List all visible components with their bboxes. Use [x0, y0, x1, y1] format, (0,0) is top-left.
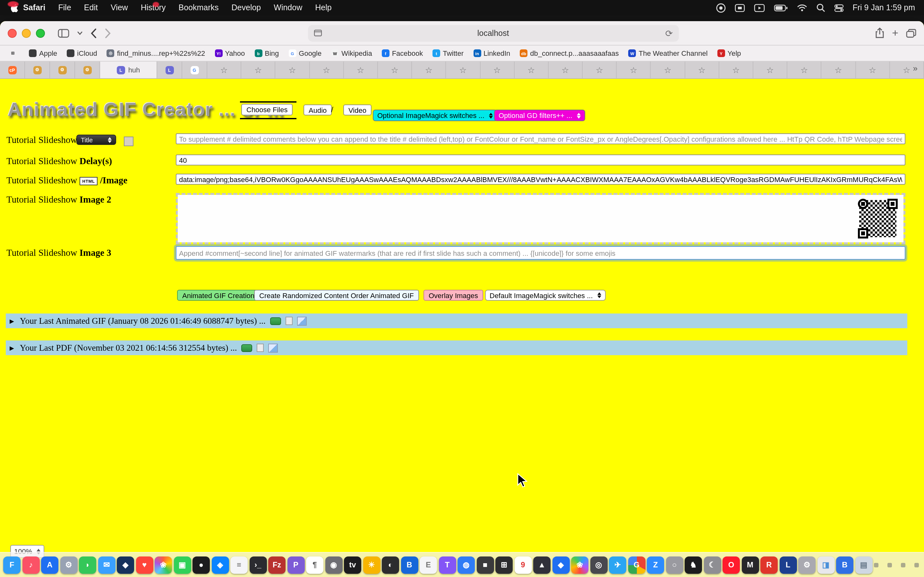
- dock-icon[interactable]: ¶: [306, 556, 323, 574]
- dock-icon[interactable]: ▤: [855, 556, 872, 574]
- audio-button[interactable]: Audio: [304, 105, 332, 115]
- bookmark-star-tab[interactable]: ☆: [583, 61, 617, 78]
- title-comment-input[interactable]: [176, 133, 905, 144]
- bookmark-item[interactable]: in LinkedIn: [473, 49, 510, 57]
- dock-icon[interactable]: ❀: [155, 556, 172, 574]
- dock-icon[interactable]: M: [741, 556, 759, 574]
- menu-item[interactable]: View: [111, 3, 128, 12]
- zoom-window-button[interactable]: [36, 29, 45, 37]
- gif-thumbnail[interactable]: [242, 344, 252, 351]
- choose-files-button[interactable]: Choose Files: [241, 104, 292, 115]
- dock-icon[interactable]: ◍: [457, 556, 475, 574]
- watermark-input[interactable]: [176, 246, 905, 259]
- bookmark-star-tab[interactable]: ☆: [412, 61, 446, 78]
- last-gif-summary[interactable]: ▶ Your Last Animated GIF (January 08 202…: [6, 314, 907, 328]
- bookmark-item[interactable]: f Facebook: [382, 49, 423, 57]
- menu-item[interactable]: Safari: [23, 3, 45, 12]
- menu-clock[interactable]: Fri 9 Jan 1:59 pm: [853, 3, 915, 12]
- image-data-input[interactable]: [176, 174, 905, 185]
- share-icon[interactable]: [875, 27, 884, 39]
- sidebar-chevron-icon[interactable]: [77, 30, 83, 36]
- close-window-button[interactable]: [8, 29, 17, 37]
- dock-icon[interactable]: ◗: [79, 556, 96, 574]
- dock-icon[interactable]: R: [760, 556, 778, 574]
- bookmark-star-tab[interactable]: ☆: [514, 61, 548, 78]
- dock-icon[interactable]: ›_: [249, 556, 267, 574]
- menu-item[interactable]: Develop: [232, 3, 261, 12]
- dock-icon[interactable]: ◎: [590, 556, 607, 574]
- keyboard-input-icon[interactable]: [734, 3, 745, 12]
- bookmark-star-tab[interactable]: ☆: [549, 61, 583, 78]
- pinned-tab[interactable]: ⚙: [25, 61, 50, 78]
- dock-icon[interactable]: G: [628, 556, 645, 574]
- dock-icon[interactable]: 9: [514, 556, 531, 574]
- bookmark-star-tab[interactable]: ☆: [719, 61, 753, 78]
- dock-icon[interactable]: ●: [192, 556, 210, 574]
- dock-icon[interactable]: ◨: [817, 556, 835, 574]
- pinned-tab[interactable]: cP: [0, 61, 25, 78]
- dock-icon[interactable]: E: [420, 556, 437, 574]
- title-position-select[interactable]: Title: [76, 135, 116, 145]
- wifi-icon[interactable]: [796, 4, 807, 11]
- bookmark-star-tab[interactable]: ☆: [856, 61, 890, 78]
- dock-icon[interactable]: T: [439, 556, 456, 574]
- bookmark-item[interactable]: W Wikipedia: [331, 49, 372, 57]
- page-format-icon[interactable]: [313, 29, 322, 37]
- image-thumbnail[interactable]: [268, 343, 278, 352]
- forward-button[interactable]: [105, 28, 111, 38]
- dock-icon[interactable]: ⊞: [495, 556, 513, 574]
- default-imagemagick-select[interactable]: Default ImageMagick switches ...: [485, 290, 606, 301]
- reload-icon[interactable]: ⟳: [666, 29, 673, 37]
- bookmark-star-tab[interactable]: ☆: [753, 61, 787, 78]
- menu-item[interactable]: File: [58, 3, 71, 12]
- pinned-tab[interactable]: ⚙: [50, 61, 75, 78]
- dock-icon[interactable]: ♥: [136, 556, 153, 574]
- file-thumbnail[interactable]: [286, 317, 292, 325]
- bookmark-star-tab[interactable]: ☆: [685, 61, 719, 78]
- randomized-order-button[interactable]: Create Randomized Content Order Animated…: [254, 290, 419, 301]
- dock-icon[interactable]: ○: [666, 556, 683, 574]
- bookmark-star-tab[interactable]: ☆: [822, 61, 856, 78]
- image-thumbnail[interactable]: [297, 316, 307, 326]
- dock-icon[interactable]: ▣: [174, 556, 191, 574]
- dock-icon[interactable]: B: [836, 556, 853, 574]
- sidebar-toggle-icon[interactable]: [58, 29, 69, 37]
- new-tab-button[interactable]: +: [892, 27, 898, 39]
- bookmark-item[interactable]: t Twitter: [433, 49, 464, 57]
- dock-icon[interactable]: L: [779, 556, 796, 574]
- bookmark-star-tab[interactable]: ☆: [480, 61, 514, 78]
- bookmark-star-tab[interactable]: ☆: [207, 61, 241, 78]
- dock-icon[interactable]: tv: [344, 556, 361, 574]
- bookmark-item[interactable]: db db_connect.p...aaasaaafaas: [520, 49, 619, 57]
- bookmark-item[interactable]: W The Weather Channel: [628, 49, 708, 57]
- bookmark-star-tab[interactable]: ☆: [651, 61, 685, 78]
- bookmark-item[interactable]: b Bing: [254, 49, 279, 57]
- gif-thumbnail[interactable]: [270, 317, 281, 325]
- dock-icon[interactable]: ■: [477, 556, 494, 574]
- imagemagick-switches-select[interactable]: Optional ImageMagick switches ...: [373, 110, 497, 121]
- bookmark-item[interactable]: G Google: [288, 49, 321, 57]
- dock-icon[interactable]: ✈: [609, 556, 626, 574]
- minimize-window-button[interactable]: [22, 29, 31, 37]
- bookmark-star-tab[interactable]: ☆: [378, 61, 412, 78]
- image2-drop-area[interactable]: [176, 193, 905, 244]
- bookmark-item[interactable]: ◎ find_minus....rep+%22s%22: [107, 49, 205, 57]
- bookmark-item[interactable]: Apple: [29, 49, 57, 57]
- bookmark-item[interactable]: Y Yelp: [717, 49, 741, 57]
- dock-icon[interactable]: ♞: [685, 556, 702, 574]
- bookmark-star-tab[interactable]: ☆: [344, 61, 378, 78]
- bookmark-star-tab[interactable]: ☆: [890, 61, 924, 78]
- dock-icon[interactable]: ⚙: [798, 556, 816, 574]
- browser-tab[interactable]: G: [182, 61, 207, 78]
- address-bar[interactable]: localhost ⟳: [308, 25, 678, 41]
- video-button[interactable]: Video: [343, 105, 372, 115]
- tab-overview-icon[interactable]: [906, 29, 916, 37]
- dock-icon[interactable]: O: [722, 556, 740, 574]
- bookmark-item[interactable]: ⊞: [9, 49, 19, 57]
- dock-icon[interactable]: ❀: [571, 556, 588, 574]
- bookmark-star-tab[interactable]: ☆: [241, 61, 275, 78]
- dock-icon[interactable]: Z: [647, 556, 664, 574]
- dock-icon[interactable]: ≡: [230, 556, 248, 574]
- dock-icon[interactable]: ◐: [382, 556, 399, 574]
- animated-gif-creation-button[interactable]: Animated GIF Creation: [177, 290, 260, 301]
